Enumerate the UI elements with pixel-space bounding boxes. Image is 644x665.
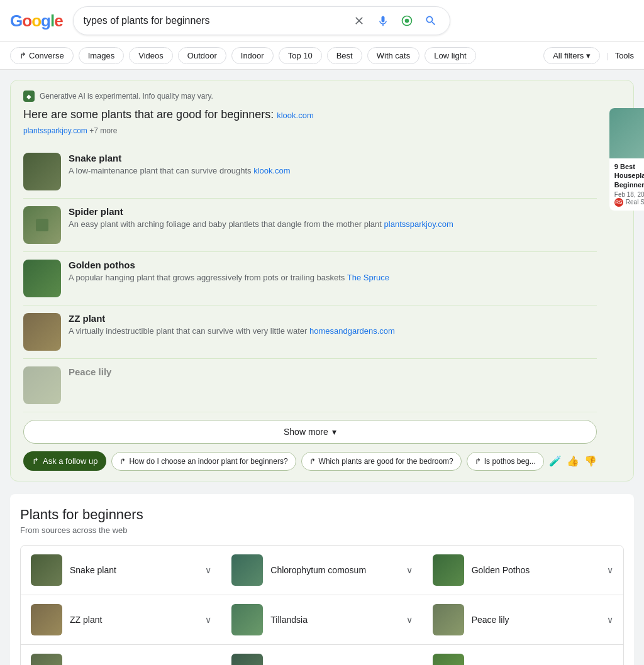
source-name-0: Real Simple xyxy=(626,199,644,206)
ask-followup-label: Ask a follow up xyxy=(43,456,97,466)
plant-source-zz[interactable]: homesandgardens.com xyxy=(309,326,395,336)
thumbs-up-button[interactable]: 👍 xyxy=(567,455,579,467)
filter-videos[interactable]: Videos xyxy=(129,47,173,64)
plant-grid-item-jade[interactable]: Jade plant ∨ xyxy=(21,645,221,665)
logo-o2: o xyxy=(31,11,41,31)
search-input[interactable] xyxy=(84,15,344,26)
plant-grid-item-tillandsia[interactable]: Tillandsia ∨ xyxy=(221,595,422,645)
plant-grid-item-zz[interactable]: ZZ plant ∨ xyxy=(21,595,221,645)
ai-source-plantssparkjoy-link[interactable]: plantssparkjoy.com xyxy=(23,126,87,135)
plant-source-spider[interactable]: plantssparkjoy.com xyxy=(384,219,453,229)
filter-indoor[interactable]: Indoor xyxy=(231,47,274,64)
plant-grid-item-peace[interactable]: Peace lily ∨ xyxy=(423,595,623,645)
logo-g: G xyxy=(10,11,22,31)
filter-outdoor[interactable]: Outdoor xyxy=(178,47,226,64)
filter-best-label: Best xyxy=(336,51,353,60)
followup-chip-icon-1: ↱ xyxy=(309,457,316,466)
filter-right: All filters ▾ | Tools xyxy=(543,47,634,64)
plant-item-pothos: Golden pothos A popular hanging plant th… xyxy=(23,252,597,305)
logo-e: e xyxy=(54,11,62,31)
chevron-down-peace: ∨ xyxy=(607,615,613,625)
chevron-down-tillandsia: ∨ xyxy=(406,615,413,625)
chevron-down-icon: ▾ xyxy=(586,51,591,60)
plant-grid-thumb-zz xyxy=(31,604,62,635)
chevron-down-snake: ∨ xyxy=(205,565,211,575)
article-cards: 9 Best Houseplants for Beginners.... Feb… xyxy=(609,108,644,471)
plant-grid-thumb-philodendron xyxy=(231,654,263,665)
plant-thumb-snake xyxy=(23,153,61,190)
filter-bar: ↱ Converse Images Videos Outdoor Indoor … xyxy=(0,42,644,70)
chevron-down-golden-pothos: ∨ xyxy=(607,565,613,575)
plant-name-spider: Spider plant xyxy=(69,206,597,217)
plant-grid-name-snake: Snake plant xyxy=(70,565,197,575)
plant-desc-zz: A virtually indestructible plant that ca… xyxy=(69,326,597,337)
ai-title-row: Here are some plants that are good for b… xyxy=(23,108,597,121)
filter-with-cats-label: With cats xyxy=(377,51,410,60)
plant-desc-snake: A low-maintenance plant that can survive… xyxy=(69,165,597,177)
plant-grid-item-snake[interactable]: Snake plant ∨ xyxy=(21,546,221,595)
article-body-0: 9 Best Houseplants for Beginners.... Feb… xyxy=(609,158,644,211)
article-card-0[interactable]: 9 Best Houseplants for Beginners.... Feb… xyxy=(609,108,644,211)
flask-icon-button[interactable]: 🧪 xyxy=(549,455,562,467)
plant-grid-item-philodendron[interactable]: Philodendron ∨ xyxy=(221,645,422,665)
ai-source-klook[interactable]: klook.com xyxy=(277,111,314,120)
followup-chip-1[interactable]: ↱ Which plants are good for the bedroom? xyxy=(301,452,462,471)
plants-section-title: Plants for beginners xyxy=(20,494,624,523)
ai-more-sources-link[interactable]: +7 more xyxy=(89,126,117,135)
filter-top10[interactable]: Top 10 xyxy=(279,47,322,64)
all-filters-label: All filters xyxy=(553,51,584,60)
header: Google xyxy=(0,0,644,42)
plant-source-snake[interactable]: klook.com xyxy=(253,166,291,175)
ai-icon xyxy=(23,91,35,102)
plant-source-pothos[interactable]: The Spruce xyxy=(347,273,389,282)
plant-grid-thumb-pothos xyxy=(433,654,464,665)
plant-grid-name-golden-pothos: Golden Pothos xyxy=(472,565,599,575)
followup-bar: ↱ Ask a follow up ↱ How do I choose an i… xyxy=(23,451,597,471)
filter-converse[interactable]: ↱ Converse xyxy=(10,47,74,64)
plant-grid-item-chloro[interactable]: Chlorophytum comosum ∨ xyxy=(221,546,422,595)
plant-name-zz: ZZ plant xyxy=(69,313,597,324)
filter-images[interactable]: Images xyxy=(79,47,125,64)
lens-icon xyxy=(401,14,413,27)
followup-chip-2[interactable]: ↱ Is pothos beg... xyxy=(467,452,544,471)
tools-button[interactable]: Tools xyxy=(615,51,634,60)
plant-grid-item-golden-pothos[interactable]: Golden Pothos ∨ xyxy=(423,546,623,595)
ask-followup-button[interactable]: ↱ Ask a follow up xyxy=(23,451,106,471)
filter-best[interactable]: Best xyxy=(327,47,362,64)
search-icon xyxy=(425,14,437,27)
ai-title: Here are some plants that are good for b… xyxy=(23,108,277,121)
plants-section: Plants for beginners From sources across… xyxy=(10,494,634,665)
filter-with-cats[interactable]: With cats xyxy=(367,47,419,64)
article-title-0: 9 Best Houseplants for Beginners.... xyxy=(614,162,644,189)
search-button[interactable] xyxy=(422,12,440,30)
followup-chip-0[interactable]: ↱ How do I choose an indoor plant for be… xyxy=(111,452,296,471)
plant-grid-thumb-tillandsia xyxy=(231,604,263,635)
filter-low-light[interactable]: Low light xyxy=(425,47,475,64)
plant-thumb-spider xyxy=(23,206,61,244)
plant-thumb-zz xyxy=(23,313,61,351)
feedback-icons: 🧪 👍 👎 xyxy=(549,455,597,467)
thumbs-down-button[interactable]: 👎 xyxy=(584,455,597,467)
chevron-down-zz: ∨ xyxy=(205,615,211,625)
followup-chip-label-1: Which plants are good for the bedroom? xyxy=(319,457,453,466)
ai-panel: Generative AI is experimental. Info qual… xyxy=(10,80,634,481)
plant-item-peace: Peace lily xyxy=(23,359,597,412)
plant-info-zz: ZZ plant A virtually indestructible plan… xyxy=(69,313,597,337)
plant-grid-name-peace: Peace lily xyxy=(472,615,599,625)
plant-grid-item-pothos[interactable]: Pothos ∨ xyxy=(423,645,623,665)
svg-point-1 xyxy=(404,19,409,23)
clear-button[interactable] xyxy=(350,12,368,30)
plant-desc-spider: An easy plant with arching foliage and b… xyxy=(69,219,597,230)
followup-chip-icon-2: ↱ xyxy=(475,457,481,466)
logo-g2: g xyxy=(41,11,50,31)
followup-chip-label-0: How do I choose an indoor plant for begi… xyxy=(129,457,287,466)
all-filters-button[interactable]: All filters ▾ xyxy=(543,47,600,64)
filter-images-label: Images xyxy=(88,51,115,60)
main-content: Generative AI is experimental. Info qual… xyxy=(0,70,644,665)
plant-grid-thumb-chloro xyxy=(231,554,263,586)
show-more-button[interactable]: Show more ▾ xyxy=(23,420,597,444)
plant-grid-thumb-golden-pothos xyxy=(433,554,464,586)
voice-search-button[interactable] xyxy=(374,12,392,30)
filter-low-light-label: Low light xyxy=(434,51,466,60)
lens-button[interactable] xyxy=(398,12,416,30)
